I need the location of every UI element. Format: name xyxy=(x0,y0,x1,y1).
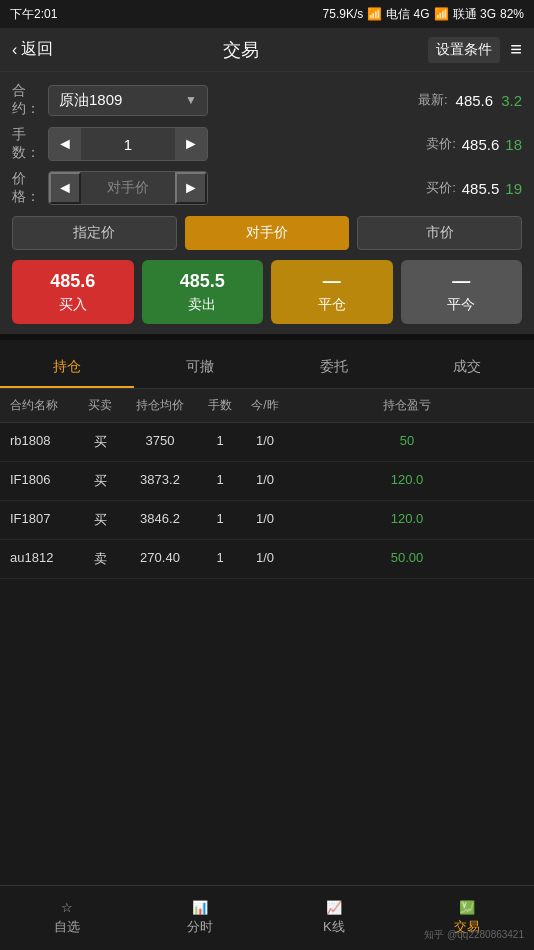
close-today-price: — xyxy=(452,271,470,292)
tabs-section: 持仓 可撤 委托 成交 xyxy=(0,348,534,389)
price-label: 价格： xyxy=(12,170,48,206)
contract-name: 原油1809 xyxy=(59,91,177,110)
price-input: 对手价 xyxy=(81,179,175,197)
tab-entrust[interactable]: 委托 xyxy=(267,348,401,388)
close-button-label: 平仓 xyxy=(318,296,346,314)
sell-button[interactable]: 485.5 卖出 xyxy=(142,260,264,324)
hands-value: 1 xyxy=(81,136,175,153)
nav-kline[interactable]: 📈 K线 xyxy=(267,886,401,950)
td-profit-0: 50 xyxy=(290,433,524,451)
price-row: 价格： ◄ 对手价 ► 买价: 485.5 19 xyxy=(12,170,522,206)
nav-trade-icon: 💹 xyxy=(459,900,475,915)
latest-price-info: 最新: 485.6 3.2 xyxy=(418,91,522,109)
sell-price-label: 卖价: xyxy=(426,135,456,153)
table-row[interactable]: rb1808 买 3750 1 1/0 50 xyxy=(0,423,534,462)
close-today-label: 平今 xyxy=(447,296,475,314)
table-header: 合约名称 买卖 持仓均价 手数 今/昨 持仓盈亏 xyxy=(0,389,534,423)
nav-right: 设置条件 ≡ xyxy=(428,37,522,63)
td-hands-0: 1 xyxy=(200,433,240,451)
status-time: 下午2:01 xyxy=(10,6,57,23)
settings-button[interactable]: 设置条件 xyxy=(428,37,500,63)
table-row[interactable]: IF1807 买 3846.2 1 1/0 120.0 xyxy=(0,501,534,540)
sell-qty: 18 xyxy=(505,136,522,153)
designated-price-button[interactable]: 指定价 xyxy=(12,216,177,250)
tab-withdraw[interactable]: 可撤 xyxy=(134,348,268,388)
tab-deal[interactable]: 成交 xyxy=(401,348,535,388)
hands-decrease-button[interactable]: ◄ xyxy=(49,128,81,160)
td-avgprice-0: 3750 xyxy=(120,433,200,451)
buy-price-label: 买价: xyxy=(426,179,456,197)
td-profit-1: 120.0 xyxy=(290,472,524,490)
td-hands-3: 1 xyxy=(200,550,240,568)
td-buysell-0: 买 xyxy=(80,433,120,451)
td-hands-1: 1 xyxy=(200,472,240,490)
td-todayyest-1: 1/0 xyxy=(240,472,290,490)
close-today-button[interactable]: — 平今 xyxy=(401,260,523,324)
section-divider xyxy=(0,334,534,340)
latest-label: 最新: xyxy=(418,91,448,109)
sell-price-info: 卖价: 485.6 18 xyxy=(426,135,522,153)
td-profit-2: 120.0 xyxy=(290,511,524,529)
contract-label: 合约： xyxy=(12,82,48,118)
td-avgprice-2: 3846.2 xyxy=(120,511,200,529)
hands-stepper[interactable]: ◄ 1 ► xyxy=(48,127,208,161)
td-profit-3: 50.00 xyxy=(290,550,524,568)
tab-deal-label: 成交 xyxy=(453,358,481,376)
status-left: 下午2:01 xyxy=(10,6,57,23)
counterpart-price-button[interactable]: 对手价 xyxy=(185,216,350,250)
back-label: 返回 xyxy=(21,39,53,60)
status-battery: 82% xyxy=(500,7,524,21)
td-contract-0: rb1808 xyxy=(10,433,80,451)
buy-price: 485.5 xyxy=(462,180,500,197)
buy-button-price: 485.6 xyxy=(50,271,95,292)
buy-qty: 19 xyxy=(505,180,522,197)
td-todayyest-3: 1/0 xyxy=(240,550,290,568)
th-todayyest: 今/昨 xyxy=(240,397,290,414)
nav-time-icon: 📊 xyxy=(192,900,208,915)
price-selector[interactable]: ◄ 对手价 ► xyxy=(48,171,208,205)
latest-price: 485.6 xyxy=(456,92,494,109)
td-hands-2: 1 xyxy=(200,511,240,529)
action-buttons: 指定价 对手价 市价 xyxy=(12,216,522,250)
back-button[interactable]: ‹ 返回 xyxy=(12,39,53,60)
close-button[interactable]: — 平仓 xyxy=(271,260,393,324)
status-icon-wifi: 📶 xyxy=(367,7,382,21)
menu-button[interactable]: ≡ xyxy=(510,38,522,61)
td-avgprice-3: 270.40 xyxy=(120,550,200,568)
status-bar: 下午2:01 75.9K/s 📶 电信 4G 📶 联通 3G 82% xyxy=(0,0,534,28)
status-icon-signal: 📶 xyxy=(434,7,449,21)
td-todayyest-0: 1/0 xyxy=(240,433,290,451)
td-buysell-3: 卖 xyxy=(80,550,120,568)
status-right: 75.9K/s 📶 电信 4G 📶 联通 3G 82% xyxy=(323,6,524,23)
tab-withdraw-label: 可撤 xyxy=(186,358,214,376)
status-operator2: 联通 3G xyxy=(453,6,496,23)
dropdown-arrow-icon: ▼ xyxy=(185,93,197,107)
nav-watchlist[interactable]: ☆ 自选 xyxy=(0,886,134,950)
td-buysell-2: 买 xyxy=(80,511,120,529)
td-contract-1: IF1806 xyxy=(10,472,80,490)
price-increase-button[interactable]: ► xyxy=(175,172,207,204)
table-row[interactable]: IF1806 买 3873.2 1 1/0 120.0 xyxy=(0,462,534,501)
price-decrease-button[interactable]: ◄ xyxy=(49,172,81,204)
td-contract-2: IF1807 xyxy=(10,511,80,529)
table-section: 合约名称 买卖 持仓均价 手数 今/昨 持仓盈亏 rb1808 买 3750 1… xyxy=(0,389,534,579)
td-buysell-1: 买 xyxy=(80,472,120,490)
nav-time[interactable]: 📊 分时 xyxy=(134,886,268,950)
market-price-button[interactable]: 市价 xyxy=(357,216,522,250)
hands-increase-button[interactable]: ► xyxy=(175,128,207,160)
hands-label: 手数： xyxy=(12,126,48,162)
page-title: 交易 xyxy=(223,38,259,62)
sell-button-label: 卖出 xyxy=(188,296,216,314)
latest-change: 3.2 xyxy=(501,92,522,109)
table-row[interactable]: au1812 卖 270.40 1 1/0 50.00 xyxy=(0,540,534,579)
buy-button[interactable]: 485.6 买入 xyxy=(12,260,134,324)
th-contract: 合约名称 xyxy=(10,397,80,414)
watermark: 知乎 @qq2280863421 xyxy=(424,928,524,942)
th-avgprice: 持仓均价 xyxy=(120,397,200,414)
nav-kline-label: K线 xyxy=(323,918,345,936)
tab-entrust-label: 委托 xyxy=(320,358,348,376)
nav-bar: ‹ 返回 交易 设置条件 ≡ xyxy=(0,28,534,72)
tab-hold[interactable]: 持仓 xyxy=(0,348,134,388)
back-arrow-icon: ‹ xyxy=(12,41,17,59)
contract-selector[interactable]: 原油1809 ▼ xyxy=(48,85,208,116)
